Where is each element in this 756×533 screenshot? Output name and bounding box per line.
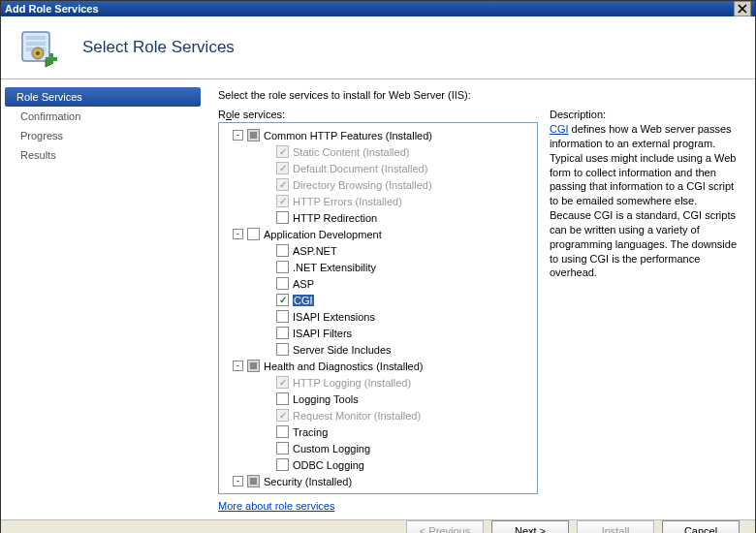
tree-checkbox [276, 409, 289, 422]
tree-node-label[interactable]: CGI [293, 295, 314, 306]
tree-label: Role services: [218, 109, 538, 120]
tree-checkbox[interactable] [276, 392, 289, 405]
tree-checkbox [276, 145, 289, 158]
sidebar-item-role-services[interactable]: Role Services [5, 87, 201, 107]
tree-node[interactable]: -Common HTTP Features (Installed) [221, 127, 535, 143]
tree-toggle-icon[interactable]: - [233, 130, 243, 141]
tree-node[interactable]: -Application Development [221, 226, 535, 242]
tree-node[interactable]: HTTP Redirection [221, 209, 535, 226]
tree-checkbox[interactable] [276, 458, 289, 471]
tree-checkbox[interactable] [276, 310, 289, 323]
body: Role Services Confirmation Progress Resu… [1, 79, 755, 519]
tree-node-label[interactable]: ASP.NET [293, 245, 337, 257]
header: Select Role Services [1, 16, 755, 79]
tree-node[interactable]: HTTP Logging (Installed) [221, 374, 535, 391]
tree-node-label[interactable]: ODBC Logging [293, 459, 364, 471]
footer: < Previous Next > Install Cancel [1, 519, 755, 533]
tree-checkbox[interactable] [276, 277, 289, 290]
tree-node[interactable]: Static Content (Installed) [221, 143, 535, 160]
tree-node-label[interactable]: Request Monitor (Installed) [293, 410, 421, 422]
tree-node[interactable]: HTTP Errors (Installed) [221, 193, 535, 209]
tree-checkbox [276, 376, 289, 389]
tree-toggle-icon[interactable]: - [233, 476, 243, 486]
tree-node-label[interactable]: Custom Logging [293, 443, 370, 455]
page-title: Select Role Services [82, 38, 235, 57]
instruction-text: Select the role services to install for … [218, 89, 741, 101]
svg-rect-7 [46, 57, 57, 61]
tree-checkbox[interactable] [276, 442, 289, 455]
next-button[interactable]: Next > [491, 520, 569, 533]
tree-node-label[interactable]: Health and Diagnostics (Installed) [264, 361, 423, 372]
tree-node-label[interactable]: Default Document (Installed) [293, 163, 427, 174]
more-about-link[interactable]: More about role services [218, 500, 538, 512]
tree-node-label[interactable]: ASP [293, 278, 314, 290]
tree-node[interactable]: ISAPI Extensions [221, 308, 535, 325]
main-panel: Select the role services to install for … [205, 79, 755, 519]
tree-node[interactable]: Tracing [221, 423, 535, 440]
tree-node[interactable]: Request Monitor (Installed) [221, 407, 535, 423]
tree-node[interactable]: -Health and Diagnostics (Installed) [221, 358, 535, 374]
tree-node-label[interactable]: ISAPI Extensions [293, 311, 375, 323]
tree-node-label[interactable]: Common HTTP Features (Installed) [264, 130, 432, 141]
tree-checkbox[interactable] [276, 294, 289, 306]
tree-checkbox[interactable] [276, 327, 289, 339]
tree-checkbox[interactable] [247, 475, 260, 487]
tree-checkbox[interactable] [247, 228, 260, 240]
tree-node[interactable]: Logging Tools [221, 391, 535, 407]
tree-node-label[interactable]: HTTP Logging (Installed) [293, 377, 411, 389]
tree-node-label[interactable]: Security (Installed) [264, 476, 352, 487]
tree-checkbox [276, 162, 289, 174]
tree-toggle-icon[interactable]: - [233, 361, 243, 371]
wizard-window: Add Role Services Select Role Services R [0, 0, 756, 533]
close-button[interactable] [734, 1, 751, 16]
svg-rect-1 [26, 36, 46, 40]
tree-node-label[interactable]: HTTP Redirection [293, 212, 377, 224]
svg-rect-2 [26, 42, 46, 46]
sidebar-item-confirmation[interactable]: Confirmation [1, 107, 205, 126]
tree-node[interactable]: CGI [221, 292, 535, 308]
tree-checkbox[interactable] [276, 261, 289, 273]
description-label: Description: [550, 109, 741, 120]
svg-point-5 [36, 51, 40, 55]
titlebar: Add Role Services [1, 1, 755, 16]
tree-checkbox[interactable] [276, 343, 289, 356]
wizard-server-icon [16, 24, 63, 71]
tree-checkbox[interactable] [276, 244, 289, 257]
tree-node-label[interactable]: .NET Extensibility [293, 262, 376, 273]
tree-checkbox[interactable] [247, 360, 260, 372]
sidebar-item-progress[interactable]: Progress [1, 126, 205, 145]
tree-node-label[interactable]: Logging Tools [293, 393, 359, 405]
tree-checkbox [276, 195, 289, 207]
tree-node[interactable]: ODBC Logging [221, 456, 535, 473]
tree-toggle-icon[interactable]: - [233, 229, 243, 239]
tree-checkbox[interactable] [276, 211, 289, 224]
cancel-button[interactable]: Cancel [662, 520, 740, 533]
close-icon [738, 4, 747, 14]
tree-checkbox[interactable] [247, 129, 260, 141]
tree-checkbox[interactable] [276, 425, 289, 438]
tree-node-label[interactable]: Server Side Includes [293, 344, 392, 356]
install-button: Install [577, 520, 654, 533]
tree-node-label[interactable]: ISAPI Filters [293, 328, 352, 339]
role-services-tree[interactable]: -Common HTTP Features (Installed)Static … [218, 122, 538, 494]
tree-node[interactable]: -Security (Installed) [221, 473, 535, 489]
window-title: Add Role Services [5, 3, 734, 15]
tree-node[interactable]: ASP.NET [221, 242, 535, 259]
tree-node[interactable]: Default Document (Installed) [221, 160, 535, 176]
sidebar: Role Services Confirmation Progress Resu… [1, 79, 205, 519]
tree-node[interactable]: ISAPI Filters [221, 325, 535, 341]
tree-node-label[interactable]: Tracing [293, 426, 328, 438]
description-text: CGI defines how a Web server passes info… [550, 122, 741, 280]
tree-node-label[interactable]: HTTP Errors (Installed) [293, 196, 402, 207]
tree-node-label[interactable]: Directory Browsing (Installed) [293, 179, 432, 191]
tree-node[interactable]: .NET Extensibility [221, 259, 535, 275]
description-term-link[interactable]: CGI [550, 123, 569, 135]
tree-node-label[interactable]: Application Development [264, 229, 382, 240]
tree-node[interactable]: ASP [221, 275, 535, 292]
tree-node[interactable]: Server Side Includes [221, 341, 535, 358]
tree-node[interactable]: Custom Logging [221, 440, 535, 456]
sidebar-item-results[interactable]: Results [1, 145, 205, 165]
previous-button: < Previous [406, 520, 484, 533]
tree-node-label[interactable]: Static Content (Installed) [293, 146, 409, 158]
tree-node[interactable]: Directory Browsing (Installed) [221, 176, 535, 193]
